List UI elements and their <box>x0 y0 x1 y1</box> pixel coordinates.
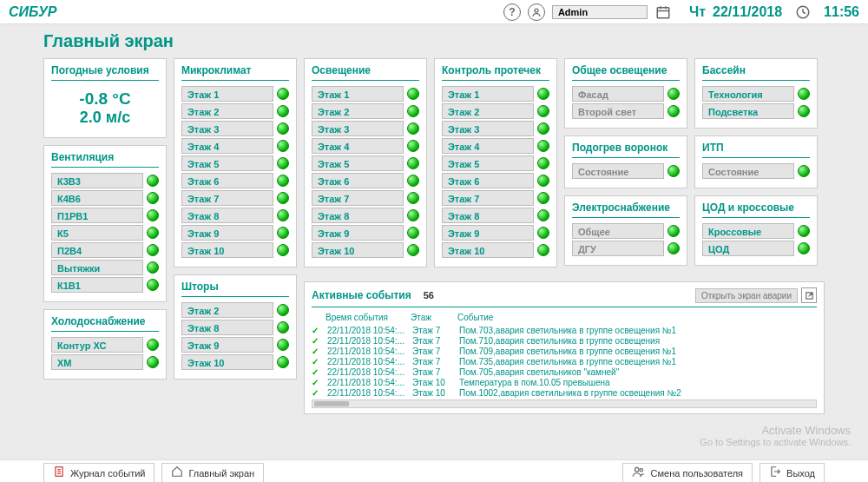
item-button[interactable]: Кроссовые <box>702 223 794 239</box>
event-row[interactable]: ✓22/11/2018 10:54:...Этаж 7Пом.709,авари… <box>312 346 817 356</box>
item-button[interactable]: Этаж 8 <box>442 208 534 223</box>
item-button[interactable]: П1РВ1 <box>51 208 143 223</box>
item-button[interactable]: Этаж 3 <box>181 121 273 136</box>
event-msg: Пом.703,авария светильника в группе осве… <box>459 326 817 335</box>
item-button[interactable]: К5 <box>51 225 143 241</box>
event-row[interactable]: ✓22/11/2018 10:54:...Этаж 10Температура … <box>312 377 817 387</box>
item-button[interactable]: Состояние <box>572 163 664 179</box>
item-button[interactable]: Этаж 5 <box>181 155 273 171</box>
item-button[interactable]: Этаж 9 <box>181 337 273 353</box>
tab-exit[interactable]: Выход <box>760 463 825 482</box>
item-button[interactable]: Этаж 6 <box>442 173 534 188</box>
item-button[interactable]: Этаж 2 <box>312 103 404 119</box>
item-button[interactable]: Этаж 10 <box>181 354 273 370</box>
item-button[interactable]: Состояние <box>702 163 794 179</box>
item-button[interactable]: Этаж 6 <box>312 173 404 188</box>
open-alarm-button[interactable]: Открыть экран аварии <box>695 288 798 303</box>
item-button[interactable]: Этаж 10 <box>312 242 404 258</box>
list-item: Этаж 8 <box>181 320 289 335</box>
item-button[interactable]: Этаж 2 <box>181 103 273 119</box>
tab-journal[interactable]: Журнал событий <box>43 463 155 482</box>
item-button[interactable]: Общее <box>572 223 664 239</box>
item-button[interactable]: Этаж 9 <box>181 225 273 241</box>
lighting-panel: Освещение Этаж 1Этаж 2Этаж 3Этаж 4Этаж 5… <box>304 58 427 267</box>
event-row[interactable]: ✓22/11/2018 10:54:...Этаж 7Пом.703,авари… <box>312 325 817 335</box>
list-item: Этаж 10 <box>181 354 289 370</box>
events-body[interactable]: ✓22/11/2018 10:54:...Этаж 7Пом.703,авари… <box>312 325 817 398</box>
item-button[interactable]: Этаж 3 <box>442 121 534 136</box>
event-floor: Этаж 7 <box>412 336 452 346</box>
item-button[interactable]: Этаж 10 <box>181 242 273 258</box>
item-button[interactable]: Этаж 2 <box>442 103 534 119</box>
event-row[interactable]: ✓22/11/2018 10:54:...Этаж 10Пом.1002,ава… <box>312 387 817 398</box>
item-button[interactable]: Этаж 6 <box>181 173 273 188</box>
item-button[interactable]: Этаж 10 <box>442 242 534 258</box>
event-msg: Пом.1002,авария светильника в группе осв… <box>459 388 817 398</box>
tab-main[interactable]: Главный экран <box>161 463 264 482</box>
item-button[interactable]: Вытяжки <box>51 260 143 275</box>
events-columns: Время события Этаж Событие <box>312 311 817 325</box>
exit-icon <box>769 465 781 480</box>
item-button[interactable]: Этаж 2 <box>181 302 273 318</box>
item-button[interactable]: Контур ХС <box>51 337 143 353</box>
item-button[interactable]: Этаж 1 <box>181 86 273 102</box>
status-dot-icon <box>798 242 810 254</box>
item-button[interactable]: Этаж 9 <box>312 225 404 241</box>
event-row[interactable]: ✓22/11/2018 10:54:...Этаж 7Пом.735,авари… <box>312 356 817 366</box>
list-item: Этаж 10 <box>442 242 549 258</box>
item-button[interactable]: Второй свет <box>572 103 664 119</box>
item-button[interactable]: Фасад <box>572 86 664 102</box>
item-button[interactable]: Этаж 5 <box>312 155 404 171</box>
item-button[interactable]: ДГУ <box>572 241 664 256</box>
item-button[interactable]: Технология <box>702 86 794 102</box>
list-item: Этаж 9 <box>442 225 549 241</box>
svg-point-0 <box>535 9 538 12</box>
item-button[interactable]: Этаж 8 <box>181 208 273 223</box>
item-button[interactable]: Этаж 9 <box>442 225 534 241</box>
event-msg: Пом.735,авария светильника в группе осве… <box>459 357 817 366</box>
status-dot-icon <box>277 122 289 135</box>
item-button[interactable]: Этаж 7 <box>312 190 404 206</box>
logo: СИБУР <box>9 4 57 20</box>
datacenter-panel: ЦОД и кроссовые КроссовыеЦОД <box>694 195 818 266</box>
item-button[interactable]: К3В3 <box>51 173 143 188</box>
event-row[interactable]: ✓22/11/2018 10:54:...Этаж 7Пом.710,авари… <box>312 335 817 346</box>
list-item: К3В3 <box>51 173 159 188</box>
help-icon[interactable]: ? <box>503 3 521 21</box>
event-floor: Этаж 7 <box>412 367 452 377</box>
tab-change-user[interactable]: Смена пользователя <box>622 463 753 482</box>
item-button[interactable]: Этаж 1 <box>312 86 404 102</box>
item-button[interactable]: П2В4 <box>51 242 143 258</box>
blinds-panel: Шторы Этаж 2Этаж 8Этаж 9Этаж 10 <box>174 274 297 380</box>
item-button[interactable]: ХМ <box>51 354 143 370</box>
item-button[interactable]: Этаж 8 <box>312 208 404 223</box>
status-dot-icon <box>277 157 289 169</box>
event-row[interactable]: ✓22/11/2018 10:54:...Этаж 7Пом.705,авари… <box>312 366 817 377</box>
top-bar: СИБУР ? Чт 22/11/2018 11:56 <box>0 0 868 24</box>
user-field[interactable] <box>552 5 648 19</box>
item-button[interactable]: ЦОД <box>702 241 794 256</box>
item-button[interactable]: Этаж 7 <box>181 190 273 206</box>
events-h-scrollbar[interactable] <box>312 399 817 408</box>
item-button[interactable]: Этаж 4 <box>442 138 534 154</box>
list-item: Этаж 3 <box>312 121 419 136</box>
check-icon: ✓ <box>312 326 320 335</box>
item-button[interactable]: Этаж 4 <box>181 138 273 154</box>
status-dot-icon <box>798 165 810 177</box>
item-button[interactable]: Этаж 7 <box>442 190 534 206</box>
item-button[interactable]: Этаж 8 <box>181 320 273 335</box>
status-dot-icon <box>667 165 680 177</box>
item-button[interactable]: К1В1 <box>51 277 143 293</box>
status-dot-icon <box>277 140 289 152</box>
calendar-icon[interactable] <box>654 3 672 21</box>
item-button[interactable]: Подсветка <box>702 103 794 119</box>
user-icon[interactable] <box>528 3 545 21</box>
popout-icon[interactable] <box>801 287 817 303</box>
item-button[interactable]: Этаж 1 <box>442 86 534 102</box>
check-icon: ✓ <box>312 388 320 398</box>
item-button[interactable]: Этаж 4 <box>312 138 404 154</box>
item-button[interactable]: Этаж 5 <box>442 155 534 171</box>
status-dot-icon <box>407 175 419 187</box>
item-button[interactable]: К4В6 <box>51 190 143 206</box>
item-button[interactable]: Этаж 3 <box>312 121 404 136</box>
